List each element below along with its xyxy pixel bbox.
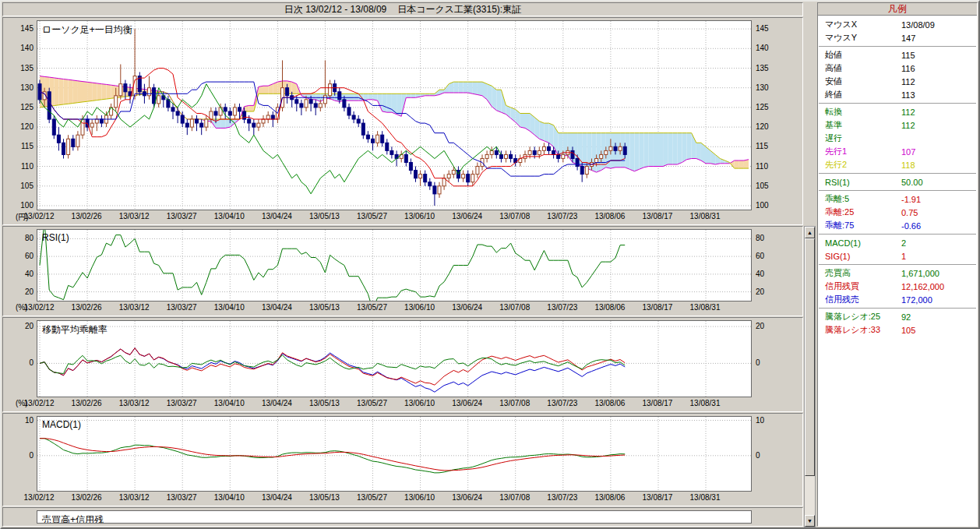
x-tick-label: 13/07/08 xyxy=(499,493,530,502)
x-tick-label: 13/07/23 xyxy=(547,303,577,312)
x-tick-label: 13/03/12 xyxy=(119,399,150,407)
y-tick-label: 135 xyxy=(20,64,33,72)
legend-row: マウスX13/08/09 xyxy=(818,18,977,31)
y-tick-label: 110 xyxy=(21,162,33,171)
rsi-plot[interactable]: RSI(1) xyxy=(37,229,752,302)
legend-row: マウスY147 xyxy=(818,31,977,44)
legend-row-value: 113 xyxy=(901,90,915,100)
legend-row-label: 乖離:75 xyxy=(825,220,901,231)
y-tick-label: 20 xyxy=(25,287,33,296)
volume-yaxis-left xyxy=(5,510,37,524)
main-chart-svg xyxy=(37,21,751,210)
legend-row-label: 乖離:5 xyxy=(825,193,901,205)
x-tick-label: 13/08/17 xyxy=(642,399,672,407)
y-tick-label: 125 xyxy=(756,103,769,111)
legend-row: 終値113 xyxy=(818,88,977,101)
y-tick-label: 120 xyxy=(756,122,769,131)
x-tick-label: 13/03/27 xyxy=(167,493,197,502)
legend-row-value: 1,671,000 xyxy=(901,269,939,278)
x-tick-label: 13/02/12 xyxy=(24,303,55,312)
legend-row-label: 遅行 xyxy=(825,132,901,144)
x-tick-label: 13/07/08 xyxy=(499,399,530,407)
legend-row-label: 信用残買 xyxy=(825,280,901,292)
x-tick-label: 13/06/24 xyxy=(452,303,482,312)
x-tick-label: 13/07/23 xyxy=(547,493,577,502)
x-tick-label: 13/03/27 xyxy=(167,399,197,407)
y-tick-label: 105 xyxy=(20,182,33,190)
x-tick-label: 13/05/27 xyxy=(357,303,387,312)
legend-row-label: マウスX xyxy=(825,19,901,30)
main-yaxis-left: 145140135130125120115110105100 xyxy=(5,20,37,210)
y-tick-label: 10 xyxy=(25,416,33,425)
x-tick-label: 13/04/24 xyxy=(262,399,292,407)
legend-row-label: 信用残売 xyxy=(825,294,901,305)
y-tick-label: 140 xyxy=(756,44,769,52)
deviation-panel: 200 移動平均乖離率 200 (%) 13/02/1213/02/2613/0… xyxy=(2,317,803,412)
y-tick-label: 80 xyxy=(756,234,764,242)
legend-row-value: 112 xyxy=(901,121,915,130)
app-window: 日次 13/02/12 - 13/08/09 日本コークス工業(3315):東証… xyxy=(0,0,980,529)
titlebar-date-range: 日次 13/02/12 - 13/08/09 xyxy=(284,3,386,16)
scroll-up-button[interactable]: ▲ xyxy=(805,227,815,238)
legend-separator xyxy=(819,234,976,235)
y-tick-label: 20 xyxy=(25,322,33,330)
x-tick-label: 13/04/24 xyxy=(262,212,292,220)
legend-row-value: 13/08/09 xyxy=(901,20,935,30)
vertical-scrollbar[interactable]: ▲ ▼ xyxy=(804,226,816,527)
legend-row-value: 0.75 xyxy=(901,208,918,217)
legend-row: 騰落レシオ:33105 xyxy=(818,323,977,337)
legend-row-value: 118 xyxy=(901,160,915,170)
deviation-yaxis-left: 200 xyxy=(5,320,37,397)
x-tick-label: 13/02/12 xyxy=(24,399,55,407)
y-tick-label: 0 xyxy=(29,451,33,460)
scrollbar-track[interactable] xyxy=(805,238,815,515)
x-tick-label: 13/06/24 xyxy=(452,399,482,407)
rsi-chart-svg xyxy=(37,230,751,301)
y-tick-label: 145 xyxy=(756,24,769,33)
legend-separator xyxy=(819,103,976,104)
main-plot[interactable]: ローソク足+一目均衡 xyxy=(37,20,752,210)
y-tick-label: 130 xyxy=(20,83,33,92)
macd-yaxis-right: 100 xyxy=(752,416,800,492)
x-tick-label: 13/03/12 xyxy=(119,303,150,312)
x-tick-label: 13/06/10 xyxy=(404,212,435,220)
x-tick-label: 13/06/24 xyxy=(452,212,482,220)
legend-row: SIG(1)1 xyxy=(818,249,977,263)
y-tick-label: 20 xyxy=(756,322,764,330)
legend-row-value: 112 xyxy=(901,77,915,86)
legend-row-value: 50.00 xyxy=(901,178,923,187)
legend-row-value: 172,000 xyxy=(901,295,932,305)
x-tick-label: 13/08/06 xyxy=(594,212,625,220)
deviation-plot[interactable]: 移動平均乖離率 xyxy=(37,320,752,397)
main-chart-panel: 145140135130125120115110105100 ローソク足+一目均… xyxy=(2,17,803,225)
y-tick-label: 145 xyxy=(20,24,33,33)
rsi-yaxis-right: 80604020 xyxy=(752,229,800,302)
x-tick-label: 13/07/08 xyxy=(499,303,530,312)
legend-separator xyxy=(819,173,976,174)
x-tick-label: 13/07/23 xyxy=(547,399,577,407)
volume-plot[interactable]: 売買高+信用残 xyxy=(37,510,752,524)
y-tick-label: 40 xyxy=(756,270,764,278)
scroll-down-button[interactable]: ▼ xyxy=(805,515,815,527)
legend-row: 乖離:75-0.66 xyxy=(818,219,977,232)
x-tick-label: 13/03/27 xyxy=(167,212,197,220)
y-tick-label: 120 xyxy=(20,122,33,131)
x-tick-label: 13/08/31 xyxy=(690,493,721,502)
legend-row-label: 売買高 xyxy=(825,267,901,279)
x-tick-label: 13/08/17 xyxy=(642,493,672,502)
x-tick-label: 13/08/17 xyxy=(642,212,672,220)
deviation-yaxis-right: 200 xyxy=(752,320,800,397)
rsi-xaxis: 13/02/1213/02/2613/03/1213/03/2713/04/10… xyxy=(37,302,752,313)
y-tick-label: 135 xyxy=(756,64,769,72)
legend-row-value: 147 xyxy=(901,34,915,43)
scrollbar-thumb[interactable] xyxy=(805,238,815,476)
y-tick-label: 20 xyxy=(756,287,764,296)
y-tick-label: 0 xyxy=(756,358,760,367)
y-tick-label: 60 xyxy=(25,252,33,260)
x-tick-label: 13/03/12 xyxy=(119,212,150,220)
x-tick-label: 13/04/24 xyxy=(262,493,292,502)
macd-plot[interactable]: MACD(1) xyxy=(37,416,752,492)
y-tick-label: 60 xyxy=(756,252,764,260)
legend-row-label: 終値 xyxy=(825,89,901,101)
x-tick-label: 13/08/31 xyxy=(690,212,721,220)
